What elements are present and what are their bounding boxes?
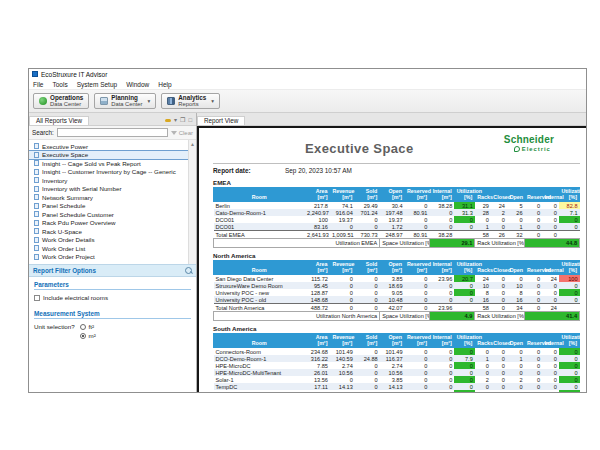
table-row: Berlin217.874.129.4930.4038.2831.1292450… [214,202,580,210]
toolbar-button-analytics[interactable]: AnalyticsReports▾ [161,93,220,109]
table-cell: 29 [475,202,491,210]
tree-item-insight-cage-sold-vs-peak-report[interactable]: Insight -- Cage Sold vs Peak Report [29,159,196,168]
table-cell: 1 [507,223,525,231]
column-header: Internal[m²] [429,261,454,275]
table-cell: 0 [542,202,559,210]
tree-item-inventory-with-serial-number[interactable]: Inventory with Serial Number [29,185,196,194]
toolbar-button-sub: Data Center [50,101,83,107]
funnel-icon [171,131,177,135]
maximize-panel-icon[interactable]: □ [188,117,192,123]
toolbar-button-operations[interactable]: OperationsData Center [33,93,89,109]
table-cell: 18.69 [380,282,405,289]
total-cell: 23.96 [429,304,454,312]
chevron-down-icon[interactable]: ▾ [174,117,177,123]
table-cell: 0 [525,369,543,376]
table-cell: 701.24 [355,209,380,216]
table-cell: 0 [355,282,380,289]
table-cell: 0 [405,348,430,356]
column-header: Sold[m²] [355,261,380,275]
tree-item-work-order-details[interactable]: Work Order Details [29,236,196,245]
menu-item-tools[interactable]: Tools [52,81,67,88]
include-electrical-rooms-label: Include electrical rooms [43,294,108,301]
table-cell: 0 [525,383,543,390]
table-cell: 0 [559,296,580,304]
table-cell: 1 [475,355,491,362]
summary-cell: Space Utilization [%] [380,239,430,248]
tab-all-reports-view[interactable]: All Reports View [29,116,89,125]
column-header: Area[m²] [305,188,330,202]
menu-item-file[interactable]: File [33,81,43,88]
float-panel-icon[interactable]: ❐ [180,117,185,123]
report-sections: EMEARoomArea[m²]Revenue[m²]Sold[m²]Open[… [213,179,580,392]
menu-item-system-setup[interactable]: System Setup [77,81,117,88]
tree-item-insight-customer-inventory-by-cage-generic[interactable]: Insight -- Customer Inventory by Cage --… [29,168,196,177]
table-cell: 1 [507,355,525,362]
menu-item-help[interactable]: Help [158,81,171,88]
tree-item-label: Work Order List [42,245,85,252]
menu-item-window[interactable]: Window [126,81,149,88]
reports-tree: Executive PowerExecutive SpaceInsight --… [29,140,196,264]
total-cell: 42.07 [380,304,405,312]
table-cell: 10.56 [330,369,355,376]
dropdown-caret-icon[interactable]: ▾ [148,98,151,104]
tree-scrollbar[interactable]: ▲ [188,140,196,264]
table-cell: 0 [559,223,580,231]
tree-item-label: Panel Schedule Customer [42,211,114,218]
include-electrical-rooms-checkbox[interactable] [34,295,40,301]
tree-item-work-order-project[interactable]: Work Order Project [29,253,196,262]
tree-item-rack-pdu-power-overview[interactable]: Rack Pdu Power Overview [29,219,196,228]
clear-filter-button[interactable]: Clear [171,130,193,136]
table-cell: 0 [542,355,559,362]
column-header: Open[m²] [380,261,405,275]
unit-option-ft2[interactable]: ft² [80,323,96,330]
table-cell: 100 [559,275,580,283]
tree-item-panel-schedule-customer[interactable]: Panel Schedule Customer [29,210,196,219]
report-section-south-america: South AmericaRoomArea[m²]Revenue[m²]Sold… [213,325,580,392]
table-cell: 80.91 [405,209,430,216]
tree-item-panel-schedule[interactable]: Panel Schedule [29,202,196,211]
total-cell: 0 [405,304,430,312]
table-cell: 0 [491,376,507,383]
summary-cell: Utilization North America [214,312,380,321]
tab-report-view[interactable]: Report View [197,116,245,125]
report-date-label: Report date: [213,167,285,174]
table-cell: 115.72 [305,275,330,283]
tree-item-work-order-list[interactable]: Work Order List [29,244,196,253]
search-input[interactable] [57,128,168,137]
tree-item-executive-power[interactable]: Executive Power [29,142,196,151]
radio-ft2[interactable] [80,324,86,330]
tree-item-network-summary[interactable]: Network Summary [29,193,196,202]
table-cell: 140.59 [330,355,355,362]
table-cell: 0 [559,376,580,383]
table-cell: 0 [454,369,474,376]
radio-m2[interactable] [80,333,86,339]
report-viewport: Executive Space Schneider Electric Repor… [197,126,586,392]
table-cell: 0 [454,348,474,356]
table-row: University POC - new128.87009.0500080800… [214,289,580,296]
utilization-bar: 44.8 [525,239,580,248]
report-doc-icon [34,160,39,166]
table-cell: 0 [542,362,559,369]
toolbar-button-planning[interactable]: PlanningData Center▾ [94,93,156,109]
table-cell: 0 [355,348,380,356]
table-cell: 0 [559,355,580,362]
table-cell: 0 [491,369,507,376]
tree-item-executive-space[interactable]: Executive Space [29,151,196,160]
include-electrical-rooms-row[interactable]: Include electrical rooms [34,294,191,301]
table-row: University POC - old148.680010.480001601… [214,296,580,304]
report-filter-options-header[interactable]: Report Filter Options [29,264,196,277]
total-cell: Total EMEA [214,231,306,239]
table-cell: 0 [491,348,507,356]
table-cell: 0 [491,289,507,296]
unit-option-m2[interactable]: m² [80,332,96,339]
table-cell: 0 [330,289,355,296]
tree-item-inventory[interactable]: Inventory [29,176,196,185]
parameters-area: Parameters Include electrical rooms Meas… [29,277,196,392]
tree-item-rack-u-space[interactable]: Rack U-Space [29,227,196,236]
tree-item-label: Executive Power [42,143,88,150]
key-icon[interactable] [165,119,171,122]
table-cell: 0 [559,383,580,390]
table-cell: Berlin [214,202,306,210]
tree-item-label: Inventory [42,177,67,184]
dropdown-caret-icon[interactable]: ▾ [211,98,214,104]
